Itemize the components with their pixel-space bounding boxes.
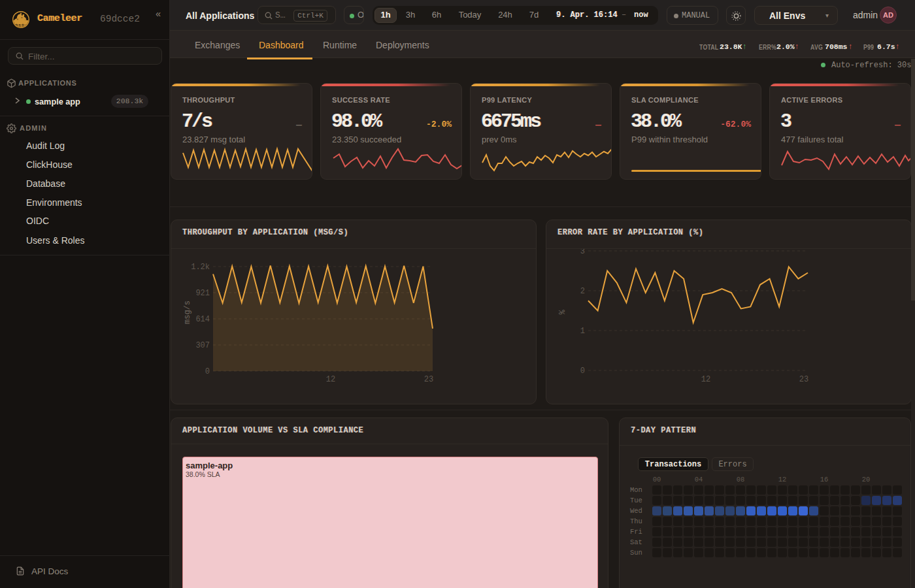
svg-text:614: 614	[195, 315, 210, 324]
svg-text:1: 1	[580, 327, 585, 336]
svg-text:921: 921	[195, 289, 210, 298]
svg-text:12: 12	[326, 375, 335, 384]
svg-text:0: 0	[205, 367, 210, 376]
svg-text:307: 307	[195, 341, 210, 350]
svg-text:3: 3	[580, 249, 585, 256]
svg-text:23: 23	[424, 375, 433, 384]
svg-text:12: 12	[701, 375, 710, 384]
svg-text:0: 0	[580, 367, 585, 376]
svg-text:23: 23	[799, 375, 808, 384]
svg-text:1.2k: 1.2k	[191, 263, 210, 272]
svg-text:msg/s: msg/s	[183, 301, 192, 324]
svg-text:2: 2	[580, 287, 585, 296]
svg-text:%: %	[558, 310, 567, 315]
